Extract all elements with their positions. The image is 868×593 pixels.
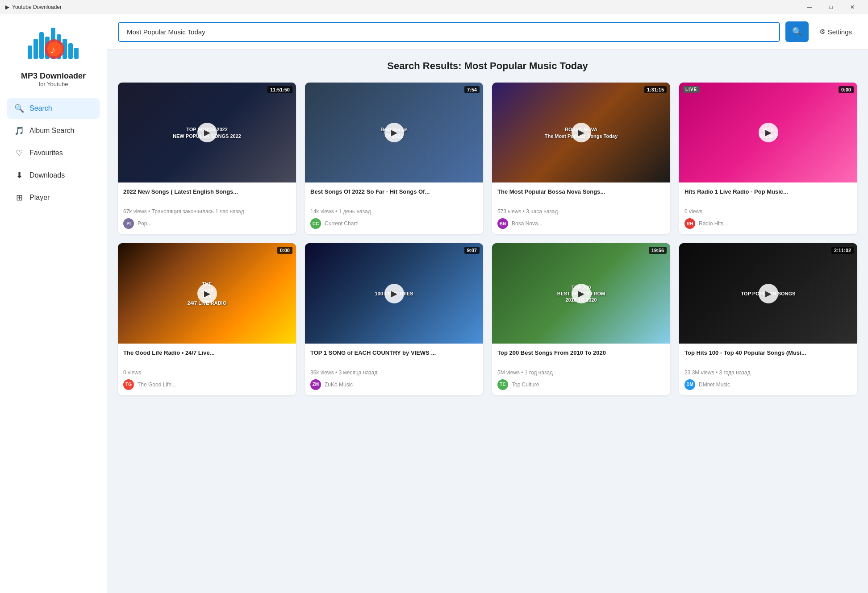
thumbnail-wrap: TOP 200BEST SONGS FROM2010 TO 2020 19:56… <box>492 243 670 343</box>
card-info: Hits Radio 1 Live Radio - Pop Music... 0… <box>679 182 857 234</box>
card-info: Top 200 Best Songs From 2010 To 2020 5M … <box>492 344 670 395</box>
video-card[interactable]: TOP POPULAR SONGS 2:11:02 ▶ Top Hits 100… <box>679 243 857 395</box>
svg-text:♪: ♪ <box>50 44 55 55</box>
thumbnail-wrap: TOP SONGS 2022NEW POPULAR SONGS 2022 11:… <box>118 83 296 182</box>
thumbnail: BOSSA NOVAThe Most Popular Songs Today 1… <box>492 83 670 182</box>
play-button[interactable]: ▶ <box>197 284 217 303</box>
duration-badge: 2:11:02 <box>831 247 854 254</box>
app-title: MP3 Downloader <box>21 71 86 81</box>
video-card[interactable]: THEGoodLife24/7 LIVE RADIO 0:00 ▶ The Go… <box>118 243 296 395</box>
search-input[interactable] <box>118 22 780 42</box>
thumbnail-wrap: BOSSA NOVAThe Most Popular Songs Today 1… <box>492 83 670 182</box>
card-info: 2022 New Songs ( Latest English Songs...… <box>118 182 296 234</box>
video-card[interactable]: TOP SONGS 2022NEW POPULAR SONGS 2022 11:… <box>118 83 296 234</box>
card-meta: 5M views • 1 год назад <box>497 369 665 376</box>
card-title: The Good Life Radio • 24/7 Live... <box>123 349 291 367</box>
settings-label: Settings <box>828 28 852 36</box>
channel-avatar: PI <box>123 218 134 229</box>
card-title: TOP 1 SONG of EACH COUNTRY by VIEWS ... <box>310 349 478 367</box>
sidebar-item-favourites[interactable]: ♡ Favourites <box>7 143 100 163</box>
thumbnail-wrap: THEGoodLife24/7 LIVE RADIO 0:00 ▶ <box>118 243 296 343</box>
sidebar-item-label: Favourites <box>29 149 63 157</box>
card-title: The Most Popular Bossa Nova Songs... <box>497 188 665 206</box>
settings-button[interactable]: ⚙ Settings <box>814 24 857 39</box>
sidebar-item-search[interactable]: 🔍 Search <box>7 98 100 119</box>
card-meta: 573 views • 3 часа назад <box>497 208 665 215</box>
sidebar-item-downloads[interactable]: ⬇ Downloads <box>7 165 100 186</box>
card-title: Top Hits 100 - Top 40 Popular Songs (Mus… <box>684 349 852 367</box>
app-subtitle: for Youtube <box>39 81 68 87</box>
channel-name: ZuKo Music <box>325 382 353 388</box>
play-button[interactable]: ▶ <box>759 123 778 142</box>
sidebar-item-album-search[interactable]: 🎵 Album Search <box>7 120 100 141</box>
app-icon: ▶ <box>5 4 9 10</box>
card-meta: 0 views <box>684 208 852 215</box>
thumbnail-wrap: 100 COUNTRIES 9:07 ▶ <box>305 243 483 343</box>
search-icon: 🔍 <box>14 104 24 113</box>
duration-badge: 1:31:15 <box>644 86 667 93</box>
channel-avatar: TC <box>497 379 508 390</box>
card-title: Hits Radio 1 Live Radio - Pop Music... <box>684 188 852 206</box>
play-button[interactable]: ▶ <box>572 284 591 303</box>
search-bar-area: 🔍 ⚙ Settings <box>107 14 868 50</box>
downloads-icon: ⬇ <box>14 170 24 180</box>
title-bar: ▶ Youtube Downloader — □ ✕ <box>0 0 868 14</box>
settings-gear-icon: ⚙ <box>819 28 825 36</box>
play-button[interactable]: ▶ <box>572 123 591 142</box>
channel-avatar: ZM <box>310 379 321 390</box>
channel-name: Current Chart! <box>325 220 359 227</box>
channel-name: The Good Life... <box>138 382 176 388</box>
sidebar-item-label: Album Search <box>29 127 75 135</box>
card-title: Best Songs Of 2022 So Far - Hit Songs Of… <box>310 188 478 206</box>
player-icon: ⊞ <box>14 193 24 203</box>
close-button[interactable]: ✕ <box>842 0 863 14</box>
card-meta: 67k views • Трансляция закончилась 1 час… <box>123 208 291 215</box>
maximize-button[interactable]: □ <box>821 0 841 14</box>
video-card[interactable]: BOSSA NOVAThe Most Popular Songs Today 1… <box>492 83 670 234</box>
card-channel: ZM ZuKo Music <box>310 379 478 390</box>
card-title: Top 200 Best Songs From 2010 To 2020 <box>497 349 665 367</box>
card-title: 2022 New Songs ( Latest English Songs... <box>123 188 291 206</box>
video-card[interactable]: Best SongsOf 2022 7:54 ▶ Best Songs Of 2… <box>305 83 483 234</box>
app-logo: ♪ <box>27 23 80 68</box>
search-button[interactable]: 🔍 <box>785 21 809 42</box>
live-badge: LIVE <box>683 86 700 93</box>
channel-avatar: DM <box>684 379 695 390</box>
minimize-button[interactable]: — <box>799 0 820 14</box>
thumbnail-wrap: HITSRadio 1 LIVE 0:00 ▶ <box>679 83 857 182</box>
card-meta: 14k views • 1 день назад <box>310 208 478 215</box>
card-info: Top Hits 100 - Top 40 Popular Songs (Mus… <box>679 344 857 395</box>
thumbnail: 100 COUNTRIES 9:07 ▶ <box>305 243 483 343</box>
favourites-icon: ♡ <box>14 148 24 158</box>
video-card[interactable]: TOP 200BEST SONGS FROM2010 TO 2020 19:56… <box>492 243 670 395</box>
sidebar-item-player[interactable]: ⊞ Player <box>7 187 100 208</box>
card-channel: PI Pop... <box>123 218 291 229</box>
sidebar-item-label: Downloads <box>29 171 65 179</box>
play-button[interactable]: ▶ <box>197 123 217 142</box>
thumbnail-wrap: TOP POPULAR SONGS 2:11:02 ▶ <box>679 243 857 343</box>
sidebar: ♪ MP3 Downloader for Youtube 🔍 Search 🎵 … <box>0 14 107 593</box>
channel-avatar: BN <box>497 218 508 229</box>
play-button[interactable]: ▶ <box>384 123 404 142</box>
search-input-wrap <box>118 22 780 42</box>
results-grid: TOP SONGS 2022NEW POPULAR SONGS 2022 11:… <box>118 83 857 395</box>
thumbnail-wrap: Best SongsOf 2022 7:54 ▶ <box>305 83 483 182</box>
results-title: Search Results: Most Popular Music Today <box>118 60 857 72</box>
play-button[interactable]: ▶ <box>759 284 778 303</box>
video-card[interactable]: HITSRadio 1 LIVE 0:00 ▶ Hits Radio 1 Liv… <box>679 83 857 234</box>
duration-badge: 19:56 <box>649 247 667 254</box>
duration-badge: 7:54 <box>464 86 480 93</box>
card-info: The Good Life Radio • 24/7 Live... 0 vie… <box>118 344 296 395</box>
duration-badge: 0:00 <box>839 86 854 93</box>
card-channel: BN Bosa Nova... <box>497 218 665 229</box>
card-meta: 0 views <box>123 369 291 376</box>
thumbnail: TOP SONGS 2022NEW POPULAR SONGS 2022 11:… <box>118 83 296 182</box>
card-channel: TG The Good Life... <box>123 379 291 390</box>
play-button[interactable]: ▶ <box>384 284 404 303</box>
video-card[interactable]: 100 COUNTRIES 9:07 ▶ TOP 1 SONG of EACH … <box>305 243 483 395</box>
sidebar-item-label: Search <box>29 104 52 112</box>
channel-avatar: RH <box>684 218 695 229</box>
thumbnail: THEGoodLife24/7 LIVE RADIO 0:00 ▶ <box>118 243 296 343</box>
content-area: 🔍 ⚙ Settings Search Results: Most Popula… <box>107 14 868 593</box>
app-name: Youtube Downloader <box>12 4 62 10</box>
